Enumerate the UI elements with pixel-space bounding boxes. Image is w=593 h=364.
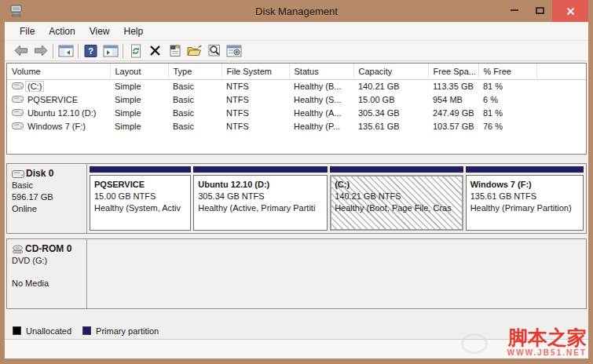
window-title: Disk Management: [5, 5, 588, 17]
volume-table: Volume Layout Type File System Status Ca…: [7, 64, 586, 133]
table-row-c[interactable]: (C:) Simple Basic NTFS Healthy (B... 140…: [7, 79, 586, 93]
partition-windows7[interactable]: Windows 7 (F:) 135.61 GB NTFS Healthy (P…: [466, 166, 584, 231]
settings-window-icon: [226, 45, 242, 57]
hard-disk-icon: [12, 170, 24, 178]
cdrom0-label[interactable]: CD-ROM 0 DVD (G:) No Media: [7, 239, 87, 308]
graphical-view: Disk 0 Basic 596.17 GB Online PQSERVICE …: [5, 160, 588, 322]
unallocated-swatch: [13, 326, 21, 335]
partition-c-selected[interactable]: (C:) 140.21 GB NTFS Healthy (Boot, Page …: [330, 166, 463, 231]
disk0-status: Online: [12, 203, 82, 215]
primary-partition-band: [193, 166, 328, 173]
view-button[interactable]: [204, 42, 224, 60]
col-type[interactable]: Type: [168, 64, 221, 79]
menu-action[interactable]: Action: [42, 24, 82, 39]
close-icon: [566, 7, 575, 16]
disk0-size: 596.17 GB: [12, 191, 82, 203]
col-status[interactable]: Status: [289, 64, 353, 79]
menubar: File Action View Help: [5, 22, 588, 41]
close-button[interactable]: [552, 0, 588, 22]
col-free-space[interactable]: Free Spa...: [428, 64, 478, 79]
properties-icon: [168, 44, 182, 57]
volume-icon: [12, 122, 24, 129]
table-header-row: Volume Layout Type File System Status Ca…: [7, 64, 586, 79]
disk0-row: Disk 0 Basic 596.17 GB Online PQSERVICE …: [6, 163, 587, 234]
table-row-ubuntu[interactable]: Ubuntu 12.10 (D:) Simple Basic NTFS Heal…: [7, 106, 586, 119]
partition-pqservice[interactable]: PQSERVICE 15.00 GB NTFS Healthy (System,…: [90, 166, 191, 231]
volume-icon: [12, 109, 24, 116]
maximize-button[interactable]: [527, 0, 552, 20]
legend-bar: Unallocated Primary partition: [5, 322, 588, 340]
col-file-system[interactable]: File System: [221, 64, 289, 79]
legend-primary-partition-label: Primary partition: [96, 326, 159, 336]
disk0-label[interactable]: Disk 0 Basic 596.17 GB Online: [7, 164, 87, 233]
disk-management-window: Disk Management File Action View Help: [0, 0, 593, 364]
faint-watermark-logo: [461, 333, 488, 354]
cdrom0-type: DVD (G:): [12, 255, 82, 267]
cdrom0-status: No Media: [12, 278, 82, 289]
col-layout[interactable]: Layout: [110, 64, 168, 79]
back-arrow-icon: [14, 45, 28, 56]
forward-button[interactable]: [31, 42, 50, 60]
col-pct-free[interactable]: % Free: [478, 64, 536, 79]
toolbar-separator: [123, 44, 123, 58]
primary-partition-band: [330, 166, 463, 173]
col-volume[interactable]: Volume: [7, 64, 110, 79]
svg-text:?: ?: [88, 46, 93, 56]
console-tree-icon: [58, 45, 74, 57]
back-button[interactable]: [11, 42, 31, 60]
menu-help[interactable]: Help: [117, 24, 151, 39]
open-folder-icon: [187, 45, 203, 57]
partition-ubuntu[interactable]: Ubuntu 12.10 (D:) 305.34 GB NTFS Healthy…: [193, 166, 328, 231]
titlebar[interactable]: Disk Management: [5, 0, 588, 22]
primary-partition-band: [90, 166, 191, 173]
disk0-type: Basic: [12, 180, 82, 191]
status-bar: [5, 340, 588, 359]
maximize-icon: [536, 7, 544, 14]
primary-partition-band: [466, 166, 584, 173]
table-row-pqservice[interactable]: PQSERVICE Simple Basic NTFS Healthy (S..…: [7, 93, 586, 106]
table-row-windows7[interactable]: Windows 7 (F:) Simple Basic NTFS Healthy…: [7, 119, 586, 133]
forward-arrow-icon: [34, 45, 48, 56]
help-icon: ?: [84, 45, 97, 57]
delete-volume-button[interactable]: [145, 42, 165, 60]
col-capacity[interactable]: Capacity: [353, 64, 428, 79]
col-filler: [536, 64, 586, 79]
show-console-tree-button[interactable]: [56, 42, 75, 60]
volume-list-panel: Volume Layout Type File System Status Ca…: [6, 63, 587, 155]
cdrom0-media-area[interactable]: [87, 239, 586, 308]
minimize-button[interactable]: [502, 0, 527, 20]
cd-rom-icon: [12, 245, 24, 254]
help-button[interactable]: ?: [81, 42, 101, 60]
volume-icon: [12, 82, 24, 89]
menu-view[interactable]: View: [82, 24, 117, 39]
settings-window-button[interactable]: [224, 42, 243, 60]
legend-unallocated-label: Unallocated: [26, 326, 71, 336]
primary-partition-swatch: [82, 326, 91, 335]
window-content: File Action View Help ?: [5, 22, 588, 359]
volume-icon: [12, 96, 24, 103]
toolbar-separator: [53, 44, 53, 58]
refresh-icon: [129, 44, 143, 58]
toolbar: ?: [5, 41, 588, 61]
magnifier-icon: [207, 44, 221, 57]
properties-button[interactable]: [165, 42, 185, 60]
show-action-pane-button[interactable]: [101, 42, 120, 60]
disk0-partitions: PQSERVICE 15.00 GB NTFS Healthy (System,…: [87, 164, 586, 233]
action-pane-icon: [103, 45, 119, 57]
splitter[interactable]: [5, 155, 588, 160]
minimize-icon: [511, 9, 518, 11]
cdrom0-row: CD-ROM 0 DVD (G:) No Media: [6, 238, 587, 309]
refresh-button[interactable]: [126, 42, 145, 60]
toolbar-separator: [78, 44, 79, 58]
delete-icon: [149, 45, 161, 56]
open-button[interactable]: [185, 42, 204, 60]
menu-file[interactable]: File: [13, 24, 42, 39]
